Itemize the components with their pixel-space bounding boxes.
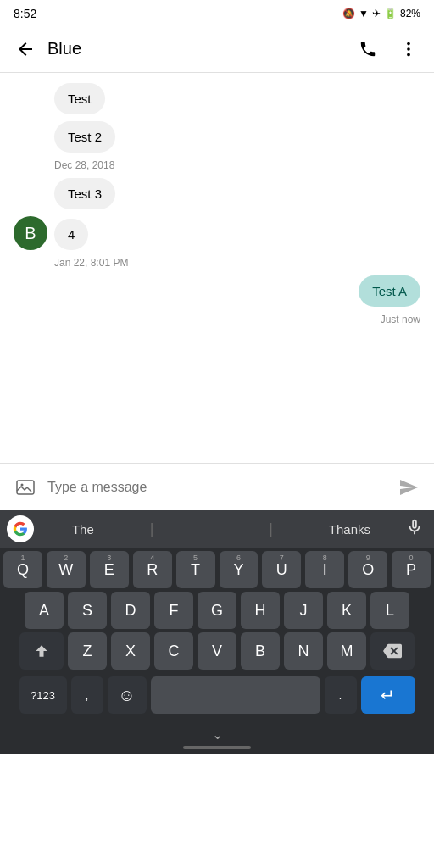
contact-name: Blue	[47, 39, 353, 58]
key-a[interactable]: A	[25, 592, 64, 629]
bottom-bar: ⌄	[0, 721, 434, 754]
incoming-bubble-4: 4	[54, 219, 88, 250]
wifi-icon: ▼	[359, 8, 369, 19]
google-g-icon	[13, 521, 28, 537]
svg-point-0	[407, 42, 410, 45]
keyboard-row-1: 1Q 2W 3E 4R 5T 6Y 7U 8I 9O 0P	[0, 548, 434, 592]
message-bubble: Test	[54, 83, 105, 114]
key-e[interactable]: 3E	[90, 551, 129, 588]
suggestion-blank[interactable]	[203, 519, 220, 540]
home-indicator[interactable]	[183, 746, 251, 749]
keyboard-row-3: Z X C V B N M	[0, 629, 434, 673]
suggestion-divider-1: |	[150, 520, 154, 538]
enter-key[interactable]: ↵	[361, 676, 415, 714]
input-area	[0, 463, 434, 510]
message-bubble: 4	[54, 219, 88, 250]
key-b[interactable]: B	[241, 632, 280, 670]
key-f[interactable]: F	[154, 592, 193, 629]
message-bubble: Test 3	[54, 178, 115, 209]
nav-down-arrow: ⌄	[183, 726, 251, 749]
airplane-icon: ✈	[372, 8, 381, 19]
message-row: Test	[14, 83, 420, 114]
timestamp-dec28: Dec 28, 2018	[54, 159, 420, 171]
keyboard-row-2: A S D F G H J K L	[0, 592, 434, 629]
key-c[interactable]: C	[154, 632, 193, 670]
app-bar-actions	[353, 34, 424, 64]
svg-point-2	[407, 53, 410, 56]
battery-icon: 🔋	[384, 8, 397, 19]
message-row: B 4	[14, 216, 420, 250]
key-y[interactable]: 6Y	[220, 551, 259, 588]
keyboard: The | | Thanks 1Q 2W 3E 4R 5T 6Y 7U 8I 9…	[0, 510, 434, 721]
message-row: Test 2	[14, 121, 420, 153]
shift-button[interactable]	[19, 632, 64, 670]
send-button[interactable]	[393, 472, 424, 503]
message-input[interactable]	[47, 480, 393, 495]
mute-icon: 🔕	[342, 8, 355, 19]
key-v[interactable]: V	[198, 632, 236, 670]
key-k[interactable]: K	[327, 592, 366, 629]
key-i[interactable]: 8I	[305, 551, 344, 588]
message-row: Test A	[14, 275, 420, 307]
period-key[interactable]: .	[325, 676, 357, 714]
suggestion-divider-2: |	[269, 520, 273, 538]
timestamp-justnow: Just now	[14, 314, 420, 326]
key-n[interactable]: N	[284, 632, 323, 670]
backspace-icon	[383, 642, 402, 660]
suggestion-thanks[interactable]: Thanks	[322, 519, 377, 540]
key-m[interactable]: M	[327, 632, 366, 670]
status-bar: 8:52 🔕 ▼ ✈ 🔋 82%	[0, 0, 434, 25]
keyboard-row-4: ?123 , ☺ . ↵	[0, 673, 434, 717]
key-p[interactable]: 0P	[392, 551, 431, 588]
key-x[interactable]: X	[111, 632, 150, 670]
back-arrow-icon	[15, 39, 36, 59]
send-icon	[398, 477, 419, 498]
emoji-button[interactable]: ☺	[108, 676, 147, 714]
gallery-icon	[15, 477, 36, 498]
space-key[interactable]	[151, 676, 320, 714]
key-s[interactable]: S	[68, 592, 107, 629]
more-options-button[interactable]	[393, 34, 424, 64]
key-g[interactable]: G	[198, 592, 236, 629]
back-button[interactable]	[10, 34, 41, 64]
svg-point-1	[407, 47, 410, 51]
key-d[interactable]: D	[111, 592, 150, 629]
symbols-button[interactable]: ?123	[19, 676, 67, 714]
timestamp-jan22: Jan 22, 8:01 PM	[54, 257, 420, 269]
suggestions-list: The | | Thanks	[41, 519, 402, 540]
suggestions-bar: The | | Thanks	[0, 510, 434, 548]
message-row: Test 3	[14, 178, 420, 209]
suggestion-the[interactable]: The	[65, 519, 101, 540]
key-z[interactable]: Z	[68, 632, 107, 670]
key-u[interactable]: 7U	[262, 551, 301, 588]
key-h[interactable]: H	[241, 592, 280, 629]
battery-percent: 82%	[400, 8, 420, 19]
mic-button[interactable]	[402, 515, 427, 544]
gallery-button[interactable]	[10, 472, 41, 503]
comma-key[interactable]: ,	[71, 676, 103, 714]
mic-icon	[405, 518, 424, 537]
key-w[interactable]: 2W	[47, 551, 86, 588]
key-o[interactable]: 9O	[348, 551, 387, 588]
avatar: B	[14, 216, 47, 250]
key-t[interactable]: 5T	[176, 551, 215, 588]
key-r[interactable]: 4R	[133, 551, 172, 588]
status-icons: 🔕 ▼ ✈ 🔋 82%	[342, 8, 420, 19]
status-time: 8:52	[14, 7, 36, 20]
app-bar: Blue	[0, 25, 434, 73]
incoming-bubble-test2: Test 2	[54, 121, 115, 153]
more-options-icon	[399, 40, 418, 58]
phone-icon	[359, 40, 377, 58]
google-logo	[7, 515, 34, 542]
key-l[interactable]: L	[370, 592, 409, 629]
key-q[interactable]: 1Q	[3, 551, 42, 588]
shift-icon	[33, 643, 50, 659]
backspace-button[interactable]	[370, 632, 415, 670]
message-bubble: Test 2	[54, 121, 115, 153]
phone-button[interactable]	[353, 34, 383, 64]
chat-area: Test Test 2 Dec 28, 2018 Test 3 B 4 Jan …	[0, 73, 434, 463]
incoming-bubble-test: Test	[54, 83, 105, 114]
incoming-bubble-test3: Test 3	[54, 178, 115, 209]
message-bubble-outgoing: Test A	[359, 275, 420, 307]
key-j[interactable]: J	[284, 592, 323, 629]
